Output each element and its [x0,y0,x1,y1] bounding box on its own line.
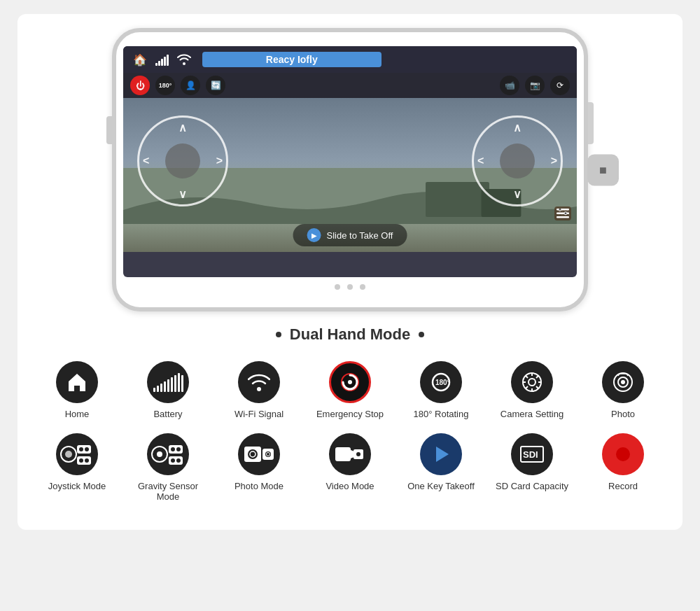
joystick-icon-label: Joystick Mode [48,481,106,491]
dot-2 [347,284,353,290]
battery-icon-circle[interactable] [147,361,189,403]
dot-3 [360,284,365,290]
svg-line-20 [536,386,538,388]
dot-1 [335,284,340,290]
svg-point-50 [356,452,360,456]
takeoff-play-button[interactable]: ▶ [307,228,321,242]
user-camera-icon[interactable]: 👤 [181,76,200,95]
left-joystick-left: < [143,155,149,167]
video-mode-icon-label: Video Mode [326,481,374,491]
phone-mockup: ■ 🏠 Reacy I [112,28,588,311]
switch-camera-icon[interactable]: 🔄 [206,76,225,95]
video-mode-icon-circle[interactable] [329,433,371,475]
wifi-icon-label: Wi-Fi Signal [234,409,284,419]
rotate-180-icon[interactable]: 180° [155,76,175,95]
photo-camera-icon[interactable]: 📷 [525,76,545,95]
emergency-icon-circle[interactable] [329,361,371,403]
icon-wifi: Wi-Fi Signal [220,361,298,419]
sync-icon[interactable]: ⟳ [550,76,570,95]
battery-icon-label: Battery [153,409,182,419]
svg-point-39 [171,458,175,463]
svg-point-42 [248,449,258,459]
svg-point-31 [85,447,89,451]
svg-point-40 [176,458,181,463]
svg-rect-47 [335,447,351,461]
settings-icon[interactable] [554,206,571,220]
side-button-right [588,102,594,144]
takeoff-icon-circle[interactable] [420,433,462,475]
rotate-icon-label: 180° Rotating [414,409,469,419]
icon-joystick: Joystick Mode [38,433,115,502]
photo-icon-label: Photo [611,409,635,419]
home-icon-label: Home [65,409,90,419]
svg-line-22 [526,386,528,388]
takeoff-label: Slide to Take Off [327,230,393,241]
phone-indicator-dots [123,277,577,293]
svg-point-7 [564,212,567,215]
control-icons-row: ⏻ 180° 👤 🔄 📹 📷 ⟳ [123,73,577,98]
record-icon-circle[interactable] [602,433,644,475]
right-joystick-right: > [551,155,557,167]
icon-camera-setting: Camera Setting [493,361,570,419]
svg-point-8 [257,387,261,391]
wifi-top-icon [173,48,195,71]
icon-photo-mode: Photo Mode [220,433,298,502]
svg-point-32 [79,458,83,463]
right-joystick[interactable]: ∧ ∨ < > [472,115,563,206]
svg-text:180°: 180° [435,379,450,386]
mode-dot-right [419,332,424,337]
svg-point-33 [85,458,89,463]
svg-line-19 [526,376,528,378]
photo-icon-circle[interactable] [602,361,644,403]
camera-setting-icon-label: Camera Setting [500,409,564,419]
right-square-button[interactable]: ■ [587,154,619,185]
right-joystick-dot [500,143,535,178]
svg-point-27 [65,451,72,458]
home-top-icon: 🏠 [129,48,151,71]
left-joystick-up: ∧ [178,121,187,134]
svg-point-54 [616,447,630,461]
icon-photo: Photo [584,361,662,419]
icon-record: Record [584,433,662,502]
wifi-icon-circle[interactable] [238,361,280,403]
icons-row-2: Joystick Mode Gravity Sensor Mode [31,433,668,509]
photo-mode-icon-circle[interactable] [238,433,280,475]
svg-line-21 [536,376,538,378]
main-container: ■ 🏠 Reacy I [18,14,682,530]
svg-point-10 [348,380,352,384]
icon-video-mode: Video Mode [312,433,388,502]
side-button-left [106,116,112,144]
icon-battery: Battery [130,361,206,419]
svg-point-37 [171,447,175,451]
svg-point-38 [176,447,181,451]
mode-title-text: Dual Hand Mode [290,325,410,344]
svg-point-6 [559,209,561,211]
icon-gravity: Gravity Sensor Mode [130,433,206,502]
left-joystick[interactable]: ∧ ∨ < > [137,115,228,206]
left-joystick-right: > [216,155,223,167]
phone-screen: 🏠 Reacy Iofly [123,46,577,277]
record-camera-icon[interactable]: 📹 [500,76,519,95]
power-icon[interactable]: ⏻ [130,76,150,95]
mode-title: Dual Hand Mode [31,325,668,344]
signal-indicator [155,53,169,66]
icon-home: Home [38,361,115,419]
rotate-icon-circle[interactable]: 180° [420,361,462,403]
svg-point-30 [79,447,83,451]
left-joystick-down: ∨ [178,188,187,201]
app-title: Reacy Iofly [202,52,382,67]
right-joystick-left: < [477,155,484,167]
camera-setting-icon-circle[interactable] [511,361,553,403]
gravity-icon-circle[interactable] [147,433,189,475]
mode-dot-left [276,332,281,337]
battery-bars [153,373,183,392]
takeoff-slider[interactable]: ▶ Slide to Take Off [293,224,407,246]
sdcard-icon-circle[interactable]: SDI [511,433,553,475]
svg-point-25 [621,380,625,384]
svg-marker-51 [436,447,449,462]
svg-point-14 [528,379,536,386]
joystick-icon-circle[interactable] [56,433,98,475]
home-icon-circle[interactable] [56,361,98,403]
icon-emergency: Emergency Stop [312,361,388,419]
left-joystick-dot [165,143,200,178]
